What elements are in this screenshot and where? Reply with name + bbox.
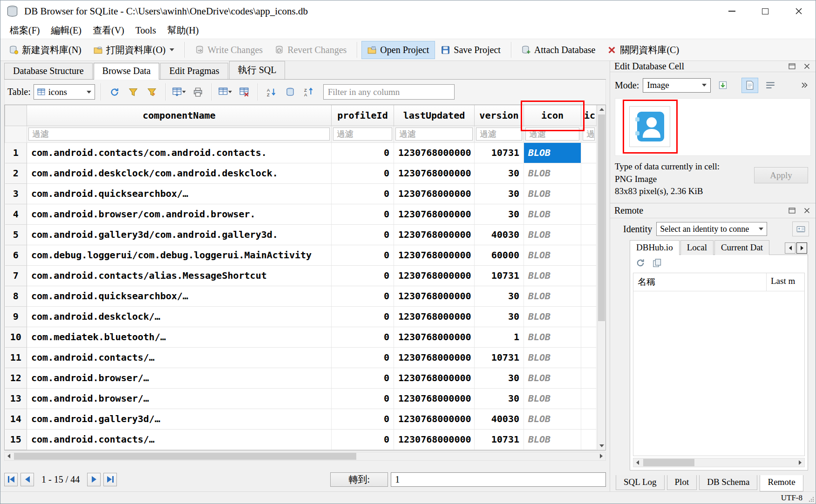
write-changes-button[interactable]: Write Changes: [189, 41, 269, 59]
cell-profileid[interactable]: 0: [332, 245, 394, 265]
remote-tab[interactable]: DBHub.io: [630, 240, 680, 255]
cell-clipped[interactable]: [581, 204, 597, 224]
cell-componentname[interactable]: com.android.deskclock/…: [27, 306, 332, 327]
cell-lastupdated[interactable]: 1230768000000: [394, 306, 475, 327]
remote-scroll-left-button[interactable]: [633, 458, 642, 467]
cell-componentname[interactable]: com.debug.loggerui/com.debug.loggerui.Ma…: [27, 245, 332, 265]
filter-input-componentname[interactable]: 過濾: [28, 128, 330, 141]
row-number[interactable]: 9: [5, 306, 27, 327]
cell-icon[interactable]: BLOB: [524, 306, 581, 327]
text-mode-button[interactable]: [741, 78, 758, 93]
cell-profileid[interactable]: 0: [332, 388, 394, 409]
save-project-button[interactable]: Save Project: [435, 41, 507, 59]
cell-componentname[interactable]: com.android.quicksearchbox/…: [27, 183, 332, 204]
previous-record-button[interactable]: [20, 473, 34, 486]
goto-button[interactable]: 轉到:: [330, 472, 388, 487]
cell-profileid[interactable]: 0: [332, 347, 394, 368]
cell-icon[interactable]: BLOB: [524, 204, 581, 224]
cell-version[interactable]: 30: [475, 306, 524, 327]
row-number[interactable]: 10: [5, 327, 27, 347]
next-record-button[interactable]: [87, 473, 101, 486]
remote-scroll-thumb[interactable]: [643, 459, 694, 466]
remote-tab[interactable]: Current Dat: [714, 240, 769, 255]
delete-record-button[interactable]: [236, 84, 252, 100]
close-remote-button[interactable]: [802, 206, 811, 215]
column-header-componentname[interactable]: componentName: [27, 105, 332, 126]
cell-icon[interactable]: BLOB: [524, 163, 581, 183]
cell-clipped[interactable]: [581, 347, 597, 368]
filter-input-profileid[interactable]: 過濾: [333, 128, 392, 141]
scroll-down-button[interactable]: [598, 442, 605, 450]
row-number[interactable]: 1: [5, 142, 27, 163]
sort-ascending-button[interactable]: AZ: [264, 84, 279, 100]
remote-clone-button[interactable]: [653, 258, 662, 270]
cell-clipped[interactable]: [581, 224, 597, 245]
row-number[interactable]: 11: [5, 347, 27, 368]
cell-icon[interactable]: BLOB: [524, 429, 581, 450]
table-select[interactable]: icons: [34, 84, 95, 100]
attach-database-button[interactable]: Attach Database: [516, 41, 602, 59]
cell-profileid[interactable]: 0: [332, 368, 394, 388]
cell-profileid[interactable]: 0: [332, 327, 394, 347]
scroll-left-button[interactable]: [5, 452, 13, 460]
cell-componentname[interactable]: com.android.gallery3d/…: [27, 409, 332, 429]
column-header-icon[interactable]: icon: [524, 105, 581, 126]
cell-version[interactable]: 10731: [475, 347, 524, 368]
row-number[interactable]: 8: [5, 286, 27, 306]
cell-version[interactable]: 40030: [475, 409, 524, 429]
maximize-button[interactable]: [748, 0, 782, 22]
cell-icon[interactable]: BLOB: [524, 347, 581, 368]
cell-icon[interactable]: BLOB: [524, 142, 581, 163]
cell-profileid[interactable]: 0: [332, 204, 394, 224]
row-number[interactable]: 12: [5, 368, 27, 388]
cell-clipped[interactable]: [581, 429, 597, 450]
row-number[interactable]: 2: [5, 163, 27, 183]
cell-clipped[interactable]: [581, 142, 597, 163]
filter-format-button[interactable]: [144, 84, 160, 100]
dock-tab[interactable]: DB Schema: [699, 475, 757, 490]
cell-version[interactable]: 10731: [475, 265, 524, 286]
menu-item[interactable]: 檔案(F): [4, 23, 45, 38]
row-number[interactable]: 5: [5, 224, 27, 245]
cell-version[interactable]: 30: [475, 286, 524, 306]
row-number[interactable]: 4: [5, 204, 27, 224]
horizontal-scroll-thumb[interactable]: [14, 453, 356, 460]
filter-input-lastupdated[interactable]: 過濾: [395, 128, 473, 141]
cell-componentname[interactable]: com.mediatek.bluetooth/…: [27, 327, 332, 347]
cell-profileid[interactable]: 0: [332, 142, 394, 163]
cell-lastupdated[interactable]: 1230768000000: [394, 429, 475, 450]
row-number[interactable]: 6: [5, 245, 27, 265]
cell-componentname[interactable]: com.android.contacts/…: [27, 347, 332, 368]
column-header-lastupdated[interactable]: lastUpdated: [394, 105, 475, 126]
cell-componentname[interactable]: com.android.gallery3d/com.android.galler…: [27, 224, 332, 245]
cell-componentname[interactable]: com.android.quicksearchbox/…: [27, 286, 332, 306]
word-wrap-button[interactable]: [762, 78, 779, 93]
cell-clipped[interactable]: [581, 327, 597, 347]
menu-item[interactable]: Tools: [130, 24, 162, 37]
menu-item[interactable]: 幫助(H): [162, 23, 204, 38]
column-header-profileid[interactable]: profileId: [332, 105, 394, 126]
open-database-dropdown-icon[interactable]: [170, 48, 174, 51]
remote-refresh-button[interactable]: [636, 258, 645, 270]
print-button[interactable]: [190, 84, 206, 100]
doc-tab[interactable]: 執行 SQL: [229, 61, 286, 79]
cell-clipped[interactable]: [581, 163, 597, 183]
close-database-button[interactable]: 關閉資料庫(C): [601, 40, 685, 60]
cell-version[interactable]: 30: [475, 388, 524, 409]
revert-changes-button[interactable]: Revert Changes: [269, 41, 353, 59]
row-number[interactable]: 13: [5, 388, 27, 409]
tab-scroll-left-button[interactable]: [785, 242, 796, 254]
float-panel-button[interactable]: [787, 62, 796, 71]
cell-lastupdated[interactable]: 1230768000000: [394, 224, 475, 245]
cell-lastupdated[interactable]: 1230768000000: [394, 388, 475, 409]
cell-version[interactable]: 10731: [475, 142, 524, 163]
cell-version[interactable]: 40030: [475, 224, 524, 245]
cell-icon[interactable]: BLOB: [524, 286, 581, 306]
cell-clipped[interactable]: [581, 368, 597, 388]
dock-tab[interactable]: Remote: [760, 475, 803, 491]
cell-clipped[interactable]: [581, 183, 597, 204]
row-number[interactable]: 14: [5, 409, 27, 429]
remote-column-name[interactable]: 名稱: [633, 273, 767, 291]
cell-profileid[interactable]: 0: [332, 429, 394, 450]
cell-version[interactable]: 30: [475, 368, 524, 388]
